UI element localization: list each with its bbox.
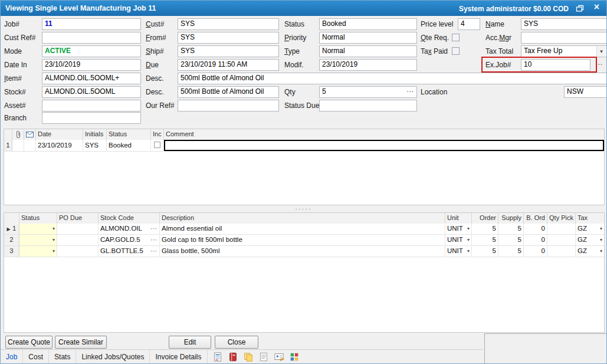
ship-field[interactable]: SYS xyxy=(178,45,279,57)
red-book-icon[interactable] xyxy=(228,352,238,362)
po-due-cell[interactable] xyxy=(57,246,99,257)
chevron-down-icon[interactable]: ▾ xyxy=(467,224,470,234)
item-field[interactable]: ALMOND.OIL.5OOML+ xyxy=(42,73,141,84)
chevron-down-icon[interactable]: ▾ xyxy=(53,224,55,234)
tab-stats[interactable]: Stats xyxy=(49,350,76,364)
chevron-down-icon[interactable]: ▾ xyxy=(467,235,470,245)
tab-invoice-details[interactable]: Invoice Details xyxy=(150,350,207,364)
comment-column-header[interactable]: Comment xyxy=(164,129,604,140)
acc-mgr-field[interactable] xyxy=(521,32,607,44)
supply-cell[interactable]: 5 xyxy=(498,224,524,234)
from-field[interactable]: SYS xyxy=(178,32,279,44)
po-due-cell[interactable] xyxy=(57,235,99,245)
stock-desc-field[interactable]: 500ml Bottle of Almond Oil xyxy=(178,86,279,98)
tab-cost[interactable]: Cost xyxy=(23,350,49,364)
tax-paid-checkbox[interactable] xyxy=(452,47,460,55)
date-cell[interactable]: 23/10/2019 xyxy=(36,140,83,151)
tax-dropdown[interactable]: ▾GZ xyxy=(576,224,604,234)
chevron-down-icon[interactable]: ▾ xyxy=(600,224,602,234)
tax-dropdown[interactable]: ▾GZ xyxy=(576,246,604,257)
notepad-icon[interactable] xyxy=(258,352,269,362)
order-cell[interactable]: 5 xyxy=(472,224,498,234)
inc-column-header[interactable]: Inc xyxy=(151,129,164,140)
ex-job-ellipsis-button[interactable]: ⋯ xyxy=(595,60,603,68)
status-column-header[interactable]: Status xyxy=(107,129,151,140)
item-desc-field[interactable]: 500ml Bottle of Almond Oil xyxy=(178,73,607,84)
inc-cell[interactable] xyxy=(151,140,164,151)
status-column-header[interactable]: Status xyxy=(19,213,57,224)
date-column-header[interactable]: Date xyxy=(36,129,83,140)
status-due-field[interactable] xyxy=(319,100,417,112)
due-field[interactable]: 23/10/2019 11:50 AM xyxy=(178,59,279,71)
po-due-cell[interactable] xyxy=(57,224,99,234)
copy-icon[interactable] xyxy=(243,352,254,362)
unit-dropdown[interactable]: ▾UNIT xyxy=(445,246,472,257)
price-level-field[interactable]: 4 xyxy=(458,18,480,30)
restore-icon[interactable] xyxy=(576,4,584,15)
tab-linked-jobs-quotes[interactable]: Linked Jobs/Quotes xyxy=(76,350,150,364)
qty-pick-cell[interactable] xyxy=(547,235,576,245)
supply-column-header[interactable]: Supply xyxy=(498,213,524,224)
priority-field[interactable]: Normal xyxy=(319,32,417,44)
b-ord-cell[interactable]: 0 xyxy=(524,246,547,257)
line-status-dropdown[interactable]: ▾ xyxy=(19,235,57,245)
job-field[interactable]: 11 xyxy=(42,18,141,30)
comment-cell[interactable] xyxy=(164,140,604,151)
close-button[interactable]: Close xyxy=(215,336,258,349)
b-ord-cell[interactable]: 0 xyxy=(524,224,547,234)
chevron-down-icon[interactable]: ▾ xyxy=(596,47,606,56)
status-field[interactable]: Booked xyxy=(319,18,417,30)
description-cell[interactable]: Gold cap to fit 500ml bottle xyxy=(160,235,445,245)
qte-req-checkbox[interactable] xyxy=(452,34,460,41)
stock-lookup-ellipsis[interactable]: ⋯ xyxy=(150,246,158,256)
tax-column-header[interactable]: Tax xyxy=(576,213,604,224)
attachment-cell[interactable] xyxy=(12,140,24,151)
tax-total-dropdown[interactable]: Tax Free Up ▾ xyxy=(521,45,607,57)
initials-column-header[interactable]: Initials xyxy=(83,129,107,140)
b-ord-cell[interactable]: 0 xyxy=(524,235,547,245)
tab-job[interactable]: Job xyxy=(1,350,23,364)
chevron-down-icon[interactable]: ▾ xyxy=(467,246,470,256)
create-similar-button[interactable]: Create Similar xyxy=(55,336,107,349)
line-status-dropdown[interactable]: ▾ xyxy=(19,246,57,257)
contact-card-icon[interactable] xyxy=(274,352,284,362)
chevron-down-icon[interactable]: ▾ xyxy=(600,246,602,256)
unit-column-header[interactable]: Unit xyxy=(445,213,472,224)
create-quote-button[interactable]: Create Quote xyxy=(5,336,53,349)
qty-pick-column-header[interactable]: Qty Pick xyxy=(547,213,576,224)
chevron-down-icon[interactable]: ▾ xyxy=(600,235,602,245)
report-icon[interactable] xyxy=(212,352,223,362)
chevron-down-icon[interactable]: ▾ xyxy=(53,246,55,256)
stock-code-cell[interactable]: ⋯CAP.GOLD.5 xyxy=(99,235,160,245)
asset-field[interactable] xyxy=(42,100,141,112)
qty-pick-cell[interactable] xyxy=(547,224,576,234)
color-grid-icon[interactable] xyxy=(289,352,300,362)
supply-cell[interactable]: 5 xyxy=(498,246,524,257)
qty-pick-cell[interactable] xyxy=(547,246,576,257)
order-column-header[interactable]: Order xyxy=(472,213,498,224)
inc-checkbox[interactable] xyxy=(154,142,160,148)
stock-field[interactable]: ALMOND.OIL.5OOML xyxy=(42,86,141,98)
date-in-field[interactable]: 23/10/2019 xyxy=(42,59,141,71)
b-ord-column-header[interactable]: B. Ord xyxy=(524,213,547,224)
cust-ref-field[interactable] xyxy=(42,32,141,44)
location-field[interactable]: NSW xyxy=(564,86,607,98)
stock-code-column-header[interactable]: Stock Code xyxy=(99,213,160,224)
initials-cell[interactable]: SYS xyxy=(83,140,107,151)
supply-cell[interactable]: 5 xyxy=(498,235,524,245)
edit-button[interactable]: Edit xyxy=(169,336,211,349)
description-cell[interactable]: Almond essential oil xyxy=(160,224,445,234)
qty-field[interactable]: 5 ⋯ xyxy=(319,86,417,98)
stock-code-cell[interactable]: ⋯ALMOND.OIL xyxy=(99,224,160,234)
close-icon[interactable]: × xyxy=(594,2,599,12)
modif-field[interactable]: 23/10/2019 xyxy=(319,59,417,71)
order-cell[interactable]: 5 xyxy=(472,235,498,245)
po-due-column-header[interactable]: PO Due xyxy=(57,213,99,224)
tax-dropdown[interactable]: ▾GZ xyxy=(576,235,604,245)
cust-field[interactable]: SYS xyxy=(178,18,279,30)
stock-lookup-ellipsis[interactable]: ⋯ xyxy=(150,235,158,245)
unit-dropdown[interactable]: ▾UNIT xyxy=(445,224,472,234)
unit-dropdown[interactable]: ▾UNIT xyxy=(445,235,472,245)
description-column-header[interactable]: Description xyxy=(160,213,445,224)
qty-ellipsis-button[interactable]: ⋯ xyxy=(406,87,414,97)
